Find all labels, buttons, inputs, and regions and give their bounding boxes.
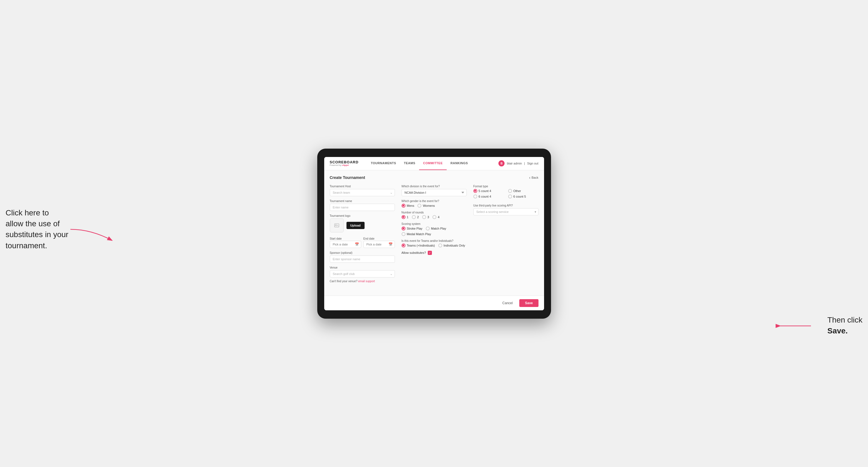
- scoring-system-group: Scoring system Stroke Play Match Play: [402, 222, 467, 236]
- stroke-play-radio[interactable]: [402, 226, 405, 230]
- rounds-radio-group: 1 2 3 4: [402, 215, 467, 219]
- rounds-2-label: 2: [417, 215, 419, 219]
- format-type-group: Format type 5 count 4 Other: [473, 185, 538, 198]
- match-play-radio[interactable]: [426, 226, 430, 230]
- gender-womens-radio[interactable]: [417, 204, 421, 208]
- format-6count4-radio[interactable]: [473, 194, 477, 198]
- upload-button[interactable]: Upload: [346, 222, 365, 229]
- rounds-2[interactable]: 2: [412, 215, 419, 219]
- stroke-play-label: Stroke Play: [407, 227, 423, 230]
- format-6count5-label: 6 count 5: [514, 195, 526, 198]
- nav-logo: SCOREBOARD Powered by clippd: [330, 160, 359, 167]
- individuals-only-radio[interactable]: [438, 244, 442, 247]
- gender-radio-group: Mens Womens: [402, 204, 467, 208]
- scoring-service-select[interactable]: Select a scoring service: [473, 208, 538, 215]
- format-type-grid: 5 count 4 Other 6 count 4: [473, 189, 538, 198]
- format-other-radio[interactable]: [508, 189, 512, 193]
- nav-bar: SCOREBOARD Powered by clippd TOURNAMENTS…: [324, 157, 544, 170]
- rounds-2-radio[interactable]: [412, 215, 416, 219]
- stroke-play[interactable]: Stroke Play: [402, 226, 423, 230]
- start-date-label: Start date: [330, 237, 342, 240]
- end-date-label: End date: [364, 237, 375, 240]
- allow-substitutes-group: Allow substitutes? ✓: [402, 251, 467, 255]
- start-date-input[interactable]: [330, 241, 361, 248]
- format-6count5[interactable]: 6 count 5: [508, 194, 538, 198]
- scoring-system-label: Scoring system: [402, 222, 467, 225]
- event-type-radio-group: Teams (+Individuals) Individuals Only: [402, 244, 467, 247]
- format-5count4[interactable]: 5 count 4: [473, 189, 504, 193]
- form-col-3: Format type 5 count 4 Other: [473, 185, 538, 283]
- tournament-logo-label: Tournament logo: [330, 214, 395, 217]
- rounds-1-radio[interactable]: [402, 215, 405, 219]
- tournament-host-label: Tournament Host: [330, 185, 395, 188]
- tournament-name-label: Tournament name: [330, 199, 395, 203]
- sponsor-input[interactable]: [330, 255, 395, 263]
- form-grid: Tournament Host ⌄ Tournament name Tourna…: [330, 185, 538, 283]
- tournament-host-input[interactable]: [330, 189, 395, 196]
- allow-substitutes-checkbox[interactable]: ✓: [428, 251, 432, 255]
- tournament-host-group: Tournament Host ⌄: [330, 185, 395, 196]
- teams-individuals[interactable]: Teams (+Individuals): [402, 244, 435, 247]
- dates-group: Start date 📅 End date 📅: [330, 236, 395, 248]
- avatar: B: [498, 160, 504, 166]
- logo-sub: Powered by clippd: [330, 164, 359, 167]
- nav-link-teams[interactable]: TEAMS: [400, 157, 419, 170]
- annotation-right: Then clickSave.: [827, 314, 862, 336]
- arrow-left-indicator: [69, 226, 114, 243]
- rounds-4-radio[interactable]: [432, 215, 436, 219]
- rounds-3-radio[interactable]: [422, 215, 426, 219]
- venue-help: Can't find your venue? email support: [330, 280, 395, 283]
- format-6count5-radio[interactable]: [508, 194, 512, 198]
- venue-group: Venue ⌄ Can't find your venue? email sup…: [330, 266, 395, 283]
- svg-rect-0: [335, 224, 339, 227]
- nav-link-committee[interactable]: COMMITTEE: [419, 157, 447, 170]
- sponsor-group: Sponsor (optional): [330, 251, 395, 263]
- user-separator: |: [524, 162, 525, 165]
- gender-mens[interactable]: Mens: [402, 204, 414, 208]
- nav-link-tournaments[interactable]: TOURNAMENTS: [367, 157, 400, 170]
- medal-match-play[interactable]: Medal Match Play: [402, 232, 431, 236]
- match-play[interactable]: Match Play: [426, 226, 446, 230]
- sponsor-label: Sponsor (optional): [330, 251, 395, 254]
- end-date-input[interactable]: [364, 241, 395, 248]
- medal-match-play-label: Medal Match Play: [407, 232, 431, 236]
- rounds-4-label: 4: [438, 215, 439, 219]
- svg-point-1: [335, 224, 336, 225]
- format-other[interactable]: Other: [508, 189, 538, 193]
- rounds-label: Number of rounds: [402, 211, 467, 214]
- logo-brand: clippd: [342, 164, 349, 166]
- arrow-right-indicator: [779, 320, 812, 332]
- page-title: Create Tournament: [330, 175, 365, 180]
- rounds-3[interactable]: 3: [422, 215, 429, 219]
- logo-title: SCOREBOARD: [330, 160, 359, 164]
- scoring-service-group: Use third-party live scoring API? Select…: [473, 204, 538, 215]
- tournament-name-input[interactable]: [330, 204, 395, 211]
- search-icon: ⌄: [390, 191, 393, 194]
- page-header: Create Tournament Back: [330, 175, 538, 180]
- venue-label: Venue: [330, 266, 395, 269]
- cancel-button[interactable]: Cancel: [498, 299, 517, 307]
- allow-substitutes-label: Allow substitutes?: [402, 251, 426, 254]
- gender-group: Which gender is the event for? Mens Wome: [402, 199, 467, 208]
- sign-out-link[interactable]: Sign out: [527, 162, 538, 165]
- page-footer: Cancel Save: [324, 295, 544, 310]
- format-6count4[interactable]: 6 count 4: [473, 194, 504, 198]
- venue-input[interactable]: [330, 270, 395, 278]
- gender-womens[interactable]: Womens: [417, 204, 435, 208]
- medal-match-play-radio[interactable]: [402, 232, 405, 236]
- rounds-4[interactable]: 4: [432, 215, 439, 219]
- rounds-1[interactable]: 1: [402, 215, 408, 219]
- allow-substitutes-row: Allow substitutes? ✓: [402, 251, 467, 255]
- format-5count4-radio[interactable]: [473, 189, 477, 193]
- teams-radio[interactable]: [402, 244, 405, 247]
- division-select[interactable]: NCAA Division I NCAA Division II NCAA Di…: [402, 189, 467, 196]
- email-support-link[interactable]: email support: [358, 280, 375, 283]
- save-button[interactable]: Save: [519, 299, 538, 307]
- individuals-only[interactable]: Individuals Only: [438, 244, 465, 247]
- tournament-name-group: Tournament name: [330, 199, 395, 211]
- gender-mens-radio[interactable]: [402, 204, 405, 208]
- rounds-3-label: 3: [428, 215, 429, 219]
- back-button[interactable]: Back: [529, 175, 538, 180]
- nav-link-rankings[interactable]: RANKINGS: [447, 157, 472, 170]
- format-6count4-label: 6 count 4: [479, 195, 491, 198]
